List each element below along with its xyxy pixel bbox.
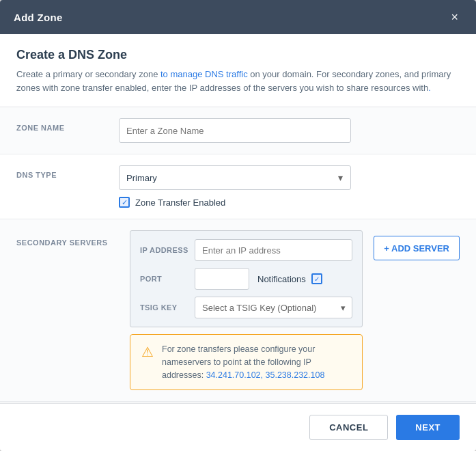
zone-name-control [119,118,460,143]
intro-heading: Create a DNS Zone [16,48,460,62]
modal-overlay: Add Zone × Create a DNS Zone Create a pr… [0,0,476,451]
next-button[interactable]: NEXT [396,415,460,440]
modal-body: Create a DNS Zone Create a primary or se… [0,34,476,403]
zone-name-row: ZONE NAME [0,107,476,154]
dns-type-row: DNS TYPE Primary Secondary ✓ [0,154,476,219]
warning-box: ⚠ For zone transfers please configure yo… [130,334,363,390]
zone-transfer-row: ✓ Zone Transfer Enabled [119,197,460,208]
notifications-checkbox[interactable]: ✓ [311,273,322,284]
intro-section: Create a DNS Zone Create a primary or se… [0,34,476,107]
server-box: IP ADDRESS PORT Notifications [130,230,363,327]
tsig-select-wrapper: Select a TSIG Key (Optional) [195,297,352,318]
secondary-servers-label: SECONDARY SERVERS [16,230,119,247]
secondary-servers-section: SECONDARY SERVERS IP ADDRESS POR [0,219,476,402]
secondary-servers-inner: SECONDARY SERVERS IP ADDRESS POR [16,230,460,390]
checkmark-icon: ✓ [122,199,128,206]
zone-transfer-label: Zone Transfer Enabled [135,197,225,208]
ip-address-input[interactable] [195,239,352,261]
add-server-side: + ADD SERVER [374,230,460,260]
notifications-label: Notifications [257,274,306,284]
modal-title: Add Zone [14,12,63,23]
zone-name-label: ZONE NAME [16,118,119,132]
add-server-button[interactable]: + ADD SERVER [374,236,460,260]
modal-header: Add Zone × [0,0,476,34]
tsig-key-label: TSIG KEY [140,303,195,312]
dns-type-select[interactable]: Primary Secondary [119,165,351,190]
warning-icon: ⚠ [141,344,154,360]
dns-type-control: Primary Secondary ✓ Zone Transfer Enable… [119,165,460,208]
dns-type-select-wrapper: Primary Secondary [119,165,351,190]
dns-type-label: DNS TYPE [16,165,119,179]
cancel-button[interactable]: CANCEL [309,415,388,440]
port-row: PORT Notifications ✓ [140,268,352,290]
modal-footer: CANCEL NEXT [0,403,476,451]
secondary-servers-content: IP ADDRESS PORT Notifications [130,230,363,390]
notifications-wrap: Notifications ✓ [257,273,322,284]
ip-address-label: IP ADDRESS [140,246,195,254]
notifications-checkmark-icon: ✓ [314,275,320,283]
resources-link[interactable]: . [428,83,431,93]
manage-dns-link[interactable]: to manage DNS traffic [160,69,248,79]
add-zone-modal: Add Zone × Create a DNS Zone Create a pr… [0,0,476,451]
port-label: PORT [140,275,195,283]
tsig-key-select[interactable]: Select a TSIG Key (Optional) [195,297,352,318]
tsig-key-row: TSIG KEY Select a TSIG Key (Optional) [140,297,352,318]
port-input[interactable] [195,268,249,290]
zone-transfer-checkbox[interactable]: ✓ [119,197,130,208]
ip-address-row: IP ADDRESS [140,239,352,261]
form-section: ZONE NAME DNS TYPE Primary Secondary [0,107,476,402]
zone-name-input[interactable] [119,118,351,143]
warning-text: For zone transfers please configure your… [162,343,351,381]
ip-addresses-link[interactable]: 34.241.70.102, 35.238.232.108 [206,370,325,380]
close-button[interactable]: × [447,10,462,25]
intro-description: Create a primary or secondary zone to ma… [16,68,460,94]
